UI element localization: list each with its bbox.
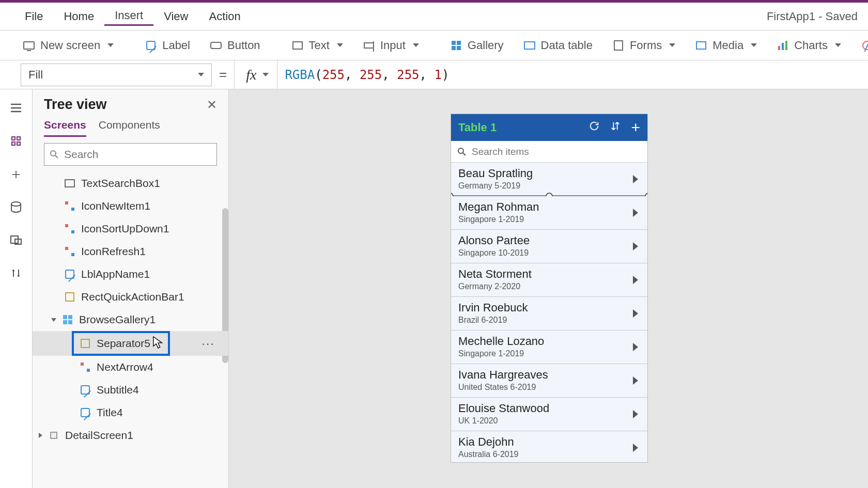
new-screen-button[interactable]: New screen [16,30,121,60]
menu-view[interactable]: View [153,8,198,25]
close-tree-button[interactable]: ✕ [207,98,217,112]
canvas-area[interactable]: Table 1 + Search items Beau Spratling [229,89,868,488]
chevron-right-icon[interactable] [633,175,638,183]
property-name: Fill [28,68,43,82]
item-subtitle: Brazil 6-2019 [458,316,640,325]
chevron-down-icon [337,43,343,47]
tree-item-label: BrowseGallery1 [79,313,156,326]
chevron-down-icon [835,43,841,47]
text-button[interactable]: Text [284,30,350,60]
list-item[interactable]: Elouise Stanwood UK 1-2020 [451,398,647,431]
tree-item-detailscreen1[interactable]: DetailScreen1 [33,424,228,447]
chevron-right-icon[interactable] [633,444,638,452]
tree-item-separator5[interactable]: Separator5 ··· [33,331,228,356]
tree-item-lblappname[interactable]: LblAppName1 [33,263,228,286]
tree-item-label: IconRefresh1 [81,245,146,258]
button-text: Button [227,39,260,52]
tree-view-nav-button[interactable] [7,132,25,150]
data-nav-button[interactable] [7,198,25,216]
svg-point-5 [51,151,56,156]
list-item[interactable]: Kia Dejohn Australia 6-2019 [451,431,647,462]
hamburger-button[interactable] [7,99,25,117]
tree-item-textsearchbox[interactable]: TextSearchBox1 [33,172,228,195]
tree-item-iconsortupdown[interactable]: IconSortUpDown1 [33,217,228,240]
formula-input[interactable]: RGBA(255, 255, 255, 1) [277,60,853,89]
chevron-right-icon[interactable] [633,343,638,351]
tree-item-iconnewitem[interactable]: IconNewItem1 [33,195,228,217]
refresh-icon[interactable] [588,120,600,135]
forms-button[interactable]: Forms [605,30,683,60]
chevron-down-icon [107,43,114,47]
search-icon [50,150,59,159]
tree-item-nextarrow4[interactable]: NextArrow4 [33,356,228,379]
input-button[interactable]: Input [355,30,426,60]
tree-item-browsegallery[interactable]: BrowseGallery1 [33,308,228,331]
chevron-down-icon [413,43,419,47]
chevron-right-icon[interactable] [633,376,638,385]
formula-bar: Fill = fx RGBA(255, 255, 255, 1) [0,60,868,89]
tree-item-label: IconNewItem1 [81,200,150,212]
list-item[interactable]: Alonso Partee Singapore 10-2019 [451,230,647,263]
chevron-right-icon[interactable] [633,276,638,284]
data-table-button[interactable]: Data table [516,30,600,60]
preview-list: Beau Spratling Germany 5-2019 Megan Rohm… [451,163,647,462]
list-item[interactable]: Ivana Hargreaves United States 6-2019 [451,364,647,398]
item-title: Alonso Partee [458,234,640,247]
menu-action[interactable]: Action [198,8,251,25]
menu-bar: File Home Insert View Action FirstApp1 -… [0,3,868,30]
tree-item-rectquickactionbar[interactable]: RectQuickActionBar1 [33,286,228,308]
item-subtitle: Germany 5-2019 [458,181,640,191]
media-button[interactable]: Media [688,30,764,60]
button-button[interactable]: Button [203,30,268,60]
menu-insert[interactable]: Insert [104,7,153,26]
label-icon [79,406,91,419]
property-selector[interactable]: Fill [21,64,212,86]
list-item[interactable]: Beau Spratling Germany 5-2019 [451,163,647,196]
item-subtitle: Singapore 1-2019 [458,349,640,358]
label-button[interactable]: Label [137,30,197,60]
list-item[interactable]: Neta Storment Germany 2-2020 [451,263,647,297]
menu-file[interactable]: File [14,8,53,25]
menu-home[interactable]: Home [53,8,104,25]
chevron-right-icon[interactable] [633,242,638,250]
tree-search[interactable] [44,143,217,166]
preview-search[interactable]: Search items [451,141,647,163]
list-item[interactable]: Irvin Roebuck Brazil 6-2019 [451,297,647,330]
left-rail: ＋ [0,89,33,488]
chevron-right-icon[interactable] [633,309,638,318]
list-item[interactable]: Mechelle Lozano Singapore 1-2019 [451,330,647,364]
add-icon[interactable]: + [631,122,640,133]
item-title: Mechelle Lozano [458,335,640,348]
expand-caret-icon[interactable] [39,433,42,438]
tab-screens[interactable]: Screens [44,119,86,137]
gallery-button[interactable]: Gallery [443,30,511,60]
chevron-right-icon[interactable] [633,410,638,418]
charts-button[interactable]: Charts [769,30,848,60]
tab-components[interactable]: Components [99,119,160,137]
button-icon [210,39,222,52]
expand-caret-icon[interactable] [51,318,56,322]
item-subtitle: Singapore 1-2019 [458,215,640,224]
chevron-right-icon[interactable] [633,209,638,217]
screen-icon [48,429,60,442]
icons-button[interactable]: Icons [854,30,868,60]
chevron-down-icon [669,43,675,47]
sort-icon[interactable] [610,120,621,135]
item-title: Neta Storment [458,267,640,281]
item-subtitle: United States 6-2019 [458,383,640,392]
input-icon [363,39,375,52]
group-icon [64,200,76,212]
tree-item-iconrefresh[interactable]: IconRefresh1 [33,240,228,263]
media-nav-button[interactable] [7,231,25,249]
more-options-button[interactable]: ··· [202,336,215,351]
screen-icon [23,39,35,52]
gallery-icon [450,39,462,52]
advanced-nav-button[interactable] [7,264,25,282]
tree-item-title4[interactable]: Title4 [33,401,228,424]
insert-nav-button[interactable]: ＋ [7,165,25,183]
list-item[interactable]: Megan Rohman Singapore 1-2019 [451,196,647,230]
label-icon [64,268,76,280]
tree-item-subtitle4[interactable]: Subtitle4 [33,379,228,401]
tree-search-input[interactable] [64,148,211,161]
fx-button[interactable]: fx [234,60,277,89]
